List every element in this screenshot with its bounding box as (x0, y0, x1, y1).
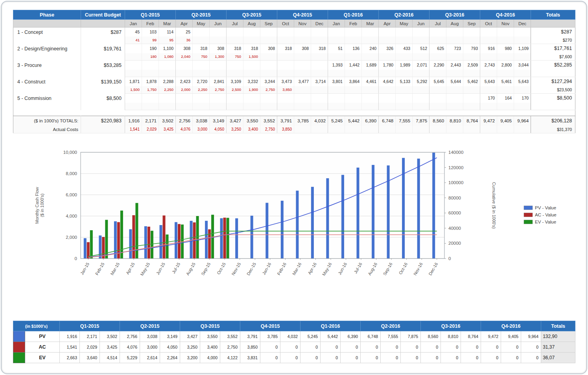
actual-value (396, 103, 413, 110)
ev-bar (227, 218, 229, 259)
grand-actual-value: 3,000 (193, 126, 210, 133)
planned-value: 793 (463, 44, 480, 53)
planned-value: 308 (294, 44, 311, 53)
month-header: Jul (227, 20, 243, 28)
ev-value: 0 (461, 353, 481, 363)
actual-value (311, 86, 328, 94)
actual-value: 750 (227, 53, 243, 61)
month-header: Nov (294, 20, 311, 28)
planned-total: $52,285 (531, 61, 575, 70)
ac-value: 0 (421, 342, 441, 353)
ev-total: 36,07 (541, 353, 575, 363)
planned-value: 433 (396, 44, 413, 53)
ac-value: 0 (280, 342, 300, 353)
planned-value: 103 (142, 28, 159, 37)
grand-planned-value: 9,472 (480, 116, 497, 126)
x-axis-label: Mar-16 (291, 262, 302, 276)
grand-planned-value: 7,875 (413, 116, 429, 126)
actual-value (227, 103, 243, 110)
planned-value (480, 28, 497, 37)
grand-actual-value: 3,250 (227, 126, 243, 133)
ac-bar (132, 215, 135, 259)
ac-bar (223, 218, 226, 259)
ev-value: 3,200 (180, 353, 200, 363)
right-axis-tick: 40000 (448, 226, 461, 231)
month-header: Jun (210, 20, 227, 28)
actual-value (463, 70, 480, 77)
actual-value (379, 103, 396, 110)
planned-value: 2,509 (463, 61, 480, 70)
planned-value: 51 (328, 44, 345, 53)
grand-actual-value (463, 126, 480, 133)
actual-value (142, 70, 159, 77)
grand-planned-value: 3,038 (193, 116, 210, 126)
actual-value: 2,500 (227, 86, 243, 94)
actual-total: $7,600 (531, 53, 575, 61)
planned-value (227, 28, 243, 37)
planned-value: 2,288 (159, 77, 176, 86)
pv-value: 3,550 (200, 331, 220, 342)
pv-bar (402, 158, 405, 259)
pv-bar (129, 229, 132, 259)
planned-value: 3,244 (260, 77, 277, 86)
actual-value (379, 70, 396, 77)
budget-value: $19,761 (81, 44, 125, 61)
actual-value (463, 86, 480, 94)
ev-value: 0 (501, 353, 521, 363)
planned-value (294, 61, 311, 70)
actual-value (345, 70, 362, 77)
planned-total: $287 (531, 28, 575, 37)
planned-value (396, 28, 413, 37)
left-axis-tick: 4,000 (66, 214, 77, 218)
pv-value: 8,764 (461, 331, 481, 342)
planned-value (311, 28, 328, 37)
phase-label: 4 - Construct (13, 77, 81, 94)
actual-value: 1,750 (142, 86, 159, 94)
planned-value: 512 (413, 44, 429, 53)
planned-total: $17,761 (531, 44, 575, 53)
month-header: Jun (413, 20, 429, 28)
grand-actual-value (413, 126, 429, 133)
planned-value: 980 (497, 44, 514, 53)
planned-value: 5,133 (396, 77, 413, 86)
month-header: Aug (446, 20, 463, 28)
planned-value (463, 28, 480, 37)
actual-value (514, 37, 531, 44)
planned-value (463, 94, 480, 103)
actual-value (362, 37, 379, 44)
x-axis-label: Dec-16 (428, 262, 439, 276)
planned-value: 318 (243, 44, 260, 53)
actual-value (260, 103, 277, 110)
ev-bar (166, 235, 169, 259)
ev-value: 0 (441, 353, 461, 363)
x-axis-label: Aug-15 (185, 262, 196, 276)
actual-value (328, 53, 345, 61)
actual-value (480, 70, 497, 77)
x-axis-label: Jan-15 (79, 262, 90, 275)
ac-value: 0 (341, 342, 361, 353)
planned-value (345, 94, 362, 103)
grand-actual-value: 2,750 (260, 126, 277, 133)
actual-value (446, 37, 463, 44)
ac-total: 31,37 (541, 342, 575, 353)
grand-actual-value (396, 126, 413, 133)
actual-costs-label: Actual Costs (13, 126, 81, 133)
quarter-header: Q3-2015 (180, 321, 240, 331)
pv-value: 8,810 (441, 331, 461, 342)
ev-value: 3,831 (240, 353, 260, 363)
pv-value: 5,245 (300, 331, 321, 342)
ev-value: 0 (421, 353, 441, 363)
actual-value (362, 70, 379, 77)
actual-value (480, 86, 497, 94)
ac-value: 0 (461, 342, 481, 353)
planned-value (210, 28, 227, 37)
ac-value: 1,541 (60, 342, 80, 353)
pv-bar (326, 178, 329, 259)
planned-value (446, 94, 463, 103)
left-axis-tick: 10,000 (63, 150, 77, 155)
budget-value: $53,285 (81, 61, 125, 77)
quarter-header: Q3-2016 (429, 10, 480, 20)
actual-value: 180 (142, 53, 159, 61)
month-header: Sep (463, 20, 480, 28)
ac-value: 3,850 (240, 342, 260, 353)
